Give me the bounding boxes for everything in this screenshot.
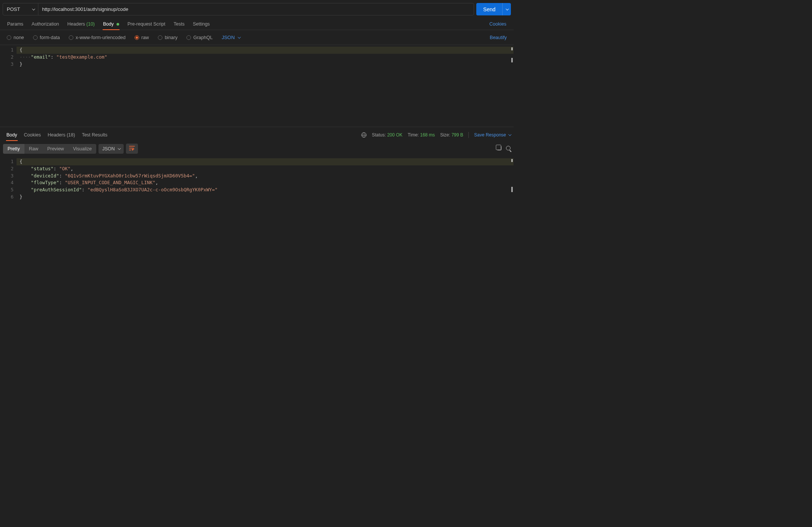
radio-x-www-form-urlencoded[interactable]: x-www-form-urlencoded xyxy=(65,33,129,42)
view-preview[interactable]: Preview xyxy=(43,144,68,154)
radio-icon xyxy=(158,35,162,40)
view-raw[interactable]: Raw xyxy=(24,144,43,154)
chevron-down-icon xyxy=(506,7,509,10)
radio-graphql[interactable]: GraphQL xyxy=(183,33,216,42)
method-url-group: POST xyxy=(3,3,474,15)
copy-icon xyxy=(497,146,501,150)
response-tab-headers[interactable]: Headers (18) xyxy=(44,129,79,141)
wrap-lines-button[interactable] xyxy=(126,144,138,154)
copy-button[interactable] xyxy=(497,146,501,151)
scroll-thumb[interactable] xyxy=(511,58,513,62)
response-header: Body Cookies Headers (18) Test Results S… xyxy=(0,129,514,141)
radio-icon xyxy=(186,35,191,40)
tab-settings[interactable]: Settings xyxy=(189,18,214,30)
search-icon xyxy=(506,146,511,150)
send-button[interactable]: Send xyxy=(476,3,502,15)
tab-headers-count: (10) xyxy=(86,21,95,27)
line-gutter: 123 xyxy=(0,47,17,125)
body-format-select[interactable]: JSON xyxy=(218,33,244,42)
radio-none[interactable]: none xyxy=(3,33,28,42)
tab-authorization[interactable]: Authorization xyxy=(27,18,63,30)
chevron-down-icon xyxy=(118,147,121,150)
scroll-thumb-top[interactable] xyxy=(511,159,513,162)
response-body-editor[interactable]: 123456 { "status": "OK", "deviceId": "6Q… xyxy=(0,157,514,254)
radio-icon xyxy=(69,35,73,40)
method-select[interactable]: POST xyxy=(3,3,38,15)
response-meta: Status: 200 OK Time: 168 ms Size: 799 B … xyxy=(361,132,511,138)
response-format-select[interactable]: JSON xyxy=(98,144,124,154)
code-content: { ····"email": "test@example.com" } xyxy=(17,47,514,125)
response-tabs: Body Cookies Headers (18) Test Results xyxy=(3,129,111,141)
request-tabs: Params Authorization Headers (10) Body P… xyxy=(0,18,514,30)
body-type-row: none form-data x-www-form-urlencoded raw… xyxy=(0,30,514,45)
chevron-down-icon xyxy=(238,35,241,38)
radio-form-data[interactable]: form-data xyxy=(29,33,64,42)
globe-icon[interactable] xyxy=(361,132,367,138)
line-gutter: 123456 xyxy=(0,158,17,253)
beautify-link[interactable]: Beautify xyxy=(486,33,511,42)
url-input[interactable] xyxy=(38,3,474,15)
tab-headers[interactable]: Headers (10) xyxy=(63,18,99,30)
tab-body[interactable]: Body xyxy=(99,18,123,30)
chevron-down-icon xyxy=(508,133,511,136)
save-response-button[interactable]: Save Response xyxy=(474,132,511,138)
send-dropdown-button[interactable] xyxy=(502,3,511,15)
response-tab-body[interactable]: Body xyxy=(3,129,21,141)
view-pretty[interactable]: Pretty xyxy=(3,144,24,154)
radio-icon xyxy=(7,35,11,40)
response-tab-test-results[interactable]: Test Results xyxy=(79,129,111,141)
view-visualize[interactable]: Visualize xyxy=(68,144,96,154)
send-button-group: Send xyxy=(476,3,511,15)
wrap-icon xyxy=(129,145,135,151)
tab-pre-request-script[interactable]: Pre-request Script xyxy=(123,18,170,30)
method-label: POST xyxy=(7,6,20,12)
request-bar: POST Send xyxy=(0,0,514,18)
scroll-thumb-top[interactable] xyxy=(511,47,513,50)
radio-binary[interactable]: binary xyxy=(154,33,181,42)
tab-headers-label: Headers xyxy=(67,21,85,27)
tab-tests[interactable]: Tests xyxy=(170,18,189,30)
search-button[interactable] xyxy=(506,146,511,151)
tab-params[interactable]: Params xyxy=(3,18,27,30)
response-tab-cookies[interactable]: Cookies xyxy=(21,129,44,141)
request-body-editor[interactable]: 123 { ····"email": "test@example.com" } xyxy=(0,45,514,127)
scroll-thumb[interactable] xyxy=(511,187,513,192)
view-toggle-group: Pretty Raw Preview Visualize xyxy=(3,144,96,154)
modified-dot-icon xyxy=(117,23,119,26)
cookies-link[interactable]: Cookies xyxy=(485,18,511,30)
divider xyxy=(468,132,469,138)
code-content: { "status": "OK", "deviceId": "6Q1vSrmKt… xyxy=(17,158,514,253)
response-controls: Pretty Raw Preview Visualize JSON xyxy=(0,141,514,157)
chevron-down-icon xyxy=(32,7,35,10)
tab-body-label: Body xyxy=(103,21,114,27)
radio-icon xyxy=(33,35,38,40)
radio-raw[interactable]: raw xyxy=(131,33,153,42)
radio-icon xyxy=(135,35,139,40)
